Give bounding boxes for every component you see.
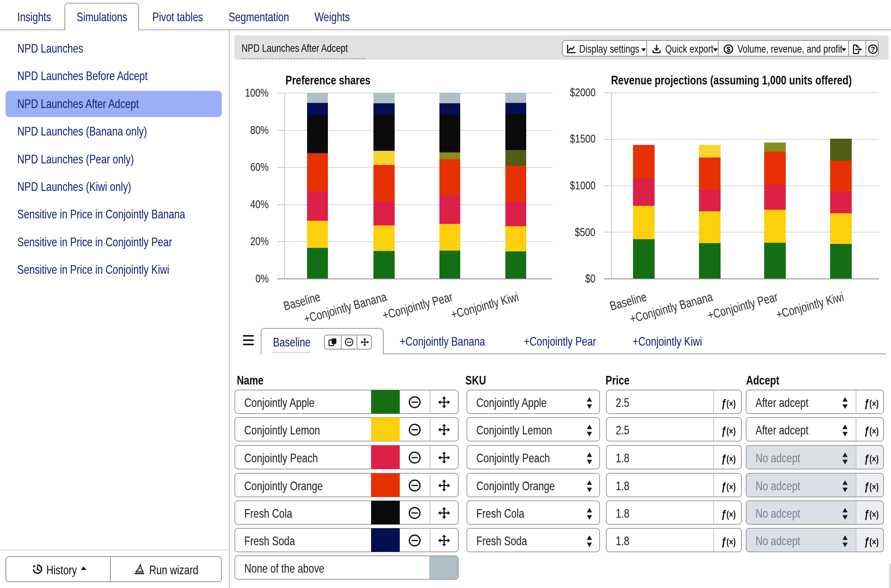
svg-text:$: $ (726, 46, 730, 53)
svg-text:?: ? (871, 45, 875, 53)
